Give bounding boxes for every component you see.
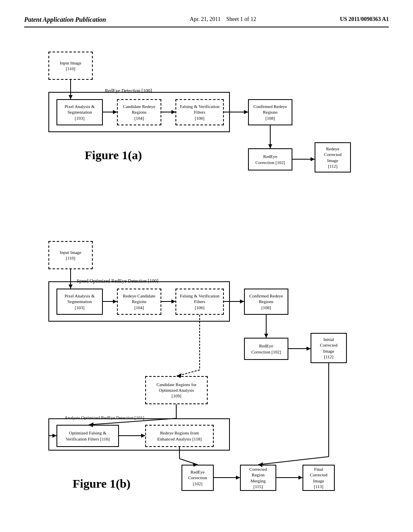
box-initial-corrected-1b: Initial Corrected Image [112]: [311, 333, 347, 363]
svg-line-25: [177, 370, 200, 376]
svg-marker-11: [311, 157, 315, 161]
svg-marker-19: [240, 299, 244, 303]
box-pixel-analysis-1b: Pixel Analysis & Segmentation [103]: [56, 289, 103, 315]
box-redeye-correction-1b-bot: RedEye Correction [102]: [181, 465, 214, 491]
label-speed-optimized: Speed Optimized RedEye Detection [100]: [77, 278, 159, 284]
header-title: Patent Application Publication: [24, 16, 106, 23]
header-patent-number: US 2011/0090363 A1: [340, 16, 389, 23]
box-corrected-region-merging: Corrected Region Merging [115]: [240, 465, 276, 491]
box-redeye-candidate-1b: Redeye Candidate Regions [104]: [117, 289, 161, 315]
svg-line-35: [179, 459, 198, 465]
box-redeye-corrected-image-1a: Redeye Corrected Image [112]: [315, 142, 351, 172]
label-analysis-opt: Analysis Optimized RedEye Detection [101…: [65, 415, 144, 420]
svg-marker-38: [236, 476, 240, 480]
box-candidate-regions-opt: Candidate Regions for Optimized Analysis…: [145, 376, 208, 404]
svg-marker-23: [307, 347, 311, 351]
box-confirmed-redeye-1a: Confirmed Redeye Regions [108]: [248, 99, 292, 125]
box-candidate-redeye-1a: Candidate Redeye Regions [104]: [117, 99, 161, 125]
figure-1a-diagram: Input Image [110] RedEye Detection [100]…: [24, 39, 389, 217]
figure-1b-label: Figure 1(b): [73, 477, 131, 490]
box-falsing-1b: Falsing & Verification Filters [106]: [175, 289, 224, 315]
label-redeye-detection-1a: RedEye Detection [100]: [105, 88, 152, 94]
page: Patent Application Publication Apr. 21, …: [0, 0, 413, 532]
box-redeye-correction-1b-top: RedEye Correction [102]: [244, 338, 288, 360]
svg-marker-7: [244, 110, 248, 114]
box-redeye-regions-enhanced: Redeye Regions from Enhanced Analysis [1…: [145, 425, 214, 447]
header: Patent Application Publication Apr. 21, …: [24, 16, 389, 27]
svg-marker-9: [268, 144, 272, 148]
figure-1a-label: Figure 1(a): [85, 148, 142, 162]
box-pixel-analysis-1a: Pixel Analysis & Segmentation [103]: [56, 99, 103, 125]
figure-1b-diagram: Input Image [110] Speed Optimized RedEye…: [24, 233, 389, 499]
svg-line-42: [258, 457, 329, 465]
box-redeye-correction-1a: RedEye Correction [102]: [248, 148, 292, 170]
box-input-image-1b: Input Image [110]: [48, 241, 93, 269]
box-optimized-falsing: Optimized Falsing & Verification Filters…: [56, 425, 119, 447]
box-falsing-1a: Falsing & Verification Filters [106]: [175, 99, 224, 125]
header-date-sheet: Apr. 21, 2011 Sheet 1 of 12: [190, 16, 256, 23]
box-input-image-1a: Input Image [110]: [48, 52, 93, 80]
svg-marker-21: [264, 334, 268, 338]
box-confirmed-redeye-1b: Confirmed Redeye Regions [108]: [244, 289, 288, 315]
svg-marker-40: [298, 476, 302, 480]
box-final-corrected: Final Corrected Image [113]: [302, 465, 335, 491]
figure-1b-arrows: [24, 233, 371, 499]
